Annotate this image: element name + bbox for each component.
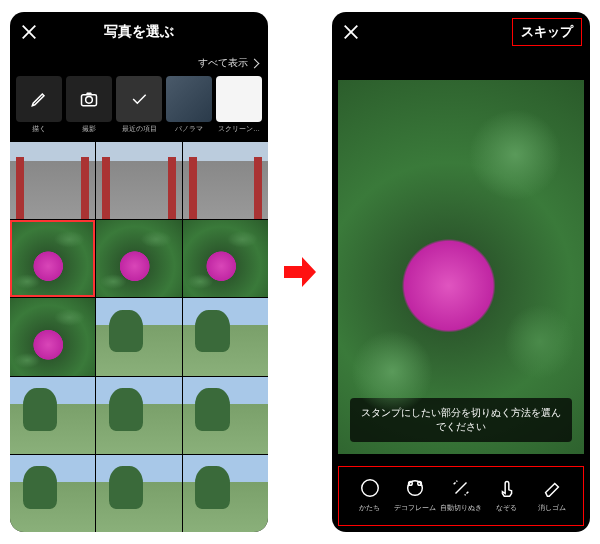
picker-screen: 写真を選ぶ すべて表示 描く 撮影 最近の項目 パノラマ [10, 12, 268, 532]
tool-label: なぞる [496, 503, 517, 513]
source-draw[interactable] [16, 76, 62, 122]
finger-icon [496, 477, 518, 499]
source-screenshot[interactable] [216, 76, 262, 122]
photo-cell[interactable] [183, 298, 268, 375]
tool-label: かたち [359, 503, 380, 513]
arrow-right-icon [280, 252, 320, 292]
tool-label: 自動切りぬき [440, 503, 482, 513]
photo-cell[interactable] [183, 220, 268, 297]
source-label: パノラマ [175, 124, 203, 134]
frame-icon [404, 477, 426, 499]
photo-cell[interactable] [183, 377, 268, 454]
photo-grid [10, 142, 268, 532]
picker-header: 写真を選ぶ [10, 12, 268, 52]
show-all-button[interactable]: すべて表示 [198, 56, 258, 70]
editor-header: スキップ [332, 12, 590, 52]
source-panorama[interactable] [166, 76, 212, 122]
source-label: スクリーン… [218, 124, 260, 134]
pencil-icon [29, 89, 49, 109]
tool-trace[interactable]: なぞる [485, 477, 529, 513]
svg-point-9 [418, 482, 422, 486]
tool-decoframe[interactable]: デコフレーム [393, 477, 437, 513]
source-label: 最近の項目 [122, 124, 157, 134]
picker-title: 写真を選ぶ [104, 23, 174, 41]
check-icon [129, 89, 149, 109]
close-icon[interactable] [342, 23, 360, 41]
photo-cell[interactable] [10, 455, 95, 532]
photo-cell[interactable] [183, 455, 268, 532]
photo-cell[interactable] [96, 298, 181, 375]
circle-icon [359, 477, 381, 499]
wand-icon [450, 477, 472, 499]
chevron-right-icon [250, 58, 260, 68]
editor-screen: スキップ スタンプにしたい部分を切りぬく方法を選んでください かたち デコフレー… [332, 12, 590, 532]
source-camera[interactable] [66, 76, 112, 122]
photo-cell[interactable] [183, 142, 268, 219]
camera-icon [79, 89, 99, 109]
instruction-tip: スタンプにしたい部分を切りぬく方法を選んでください [350, 398, 572, 442]
source-recent[interactable] [116, 76, 162, 122]
photo-cell[interactable] [10, 142, 95, 219]
photo-cell[interactable] [10, 298, 95, 375]
svg-point-8 [409, 482, 413, 486]
svg-point-6 [362, 480, 379, 497]
photo-cell[interactable] [96, 220, 181, 297]
eraser-icon [541, 477, 563, 499]
photo-cell[interactable] [96, 377, 181, 454]
cutout-toolbar: かたち デコフレーム 自動切りぬき なぞる 消しゴム [338, 466, 584, 526]
photo-cell[interactable] [96, 455, 181, 532]
skip-button[interactable]: スキップ [512, 18, 582, 46]
tool-label: 消しゴム [538, 503, 566, 513]
source-label: 撮影 [82, 124, 96, 134]
svg-point-7 [408, 481, 423, 496]
tool-eraser[interactable]: 消しゴム [530, 477, 574, 513]
photo-cell-selected[interactable] [10, 220, 95, 297]
source-bar: 描く 撮影 最近の項目 パノラマ スクリーン… [10, 72, 268, 142]
show-all-label: すべて表示 [198, 56, 248, 70]
show-all-row: すべて表示 [10, 52, 268, 72]
tool-shape[interactable]: かたち [348, 477, 392, 513]
tool-autocut[interactable]: 自動切りぬき [439, 477, 483, 513]
tool-label: デコフレーム [394, 503, 436, 513]
editor-canvas[interactable]: スタンプにしたい部分を切りぬく方法を選んでください [338, 80, 584, 454]
svg-point-3 [86, 97, 93, 104]
photo-cell[interactable] [96, 142, 181, 219]
source-label: 描く [32, 124, 46, 134]
photo-cell[interactable] [10, 377, 95, 454]
close-icon[interactable] [20, 23, 38, 41]
